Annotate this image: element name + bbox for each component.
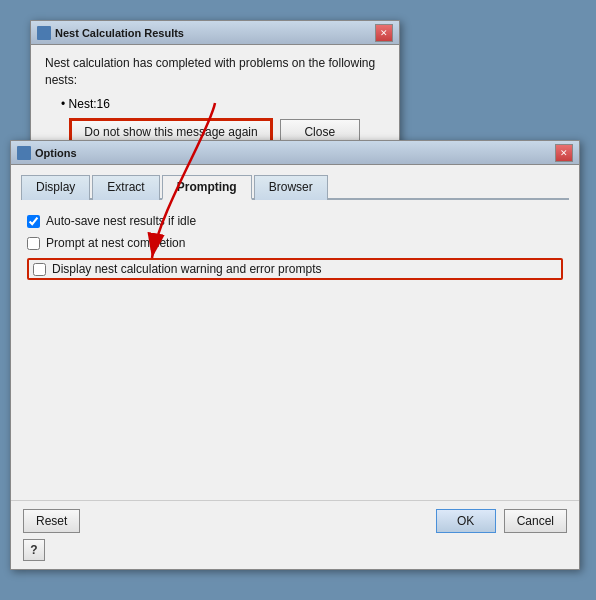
- tab-display[interactable]: Display: [21, 175, 90, 200]
- options-dialog-icon: [17, 146, 31, 160]
- auto-save-row: Auto-save nest results if idle: [27, 214, 563, 228]
- options-tab-bar: Display Extract Prompting Browser: [21, 173, 569, 200]
- nest-dialog-title-buttons: ✕: [375, 24, 393, 42]
- nest-dialog-content: Nest calculation has completed with prob…: [31, 45, 399, 155]
- ok-button[interactable]: OK: [436, 509, 496, 533]
- nest-calculation-dialog: Nest Calculation Results ✕ Nest calculat…: [30, 20, 400, 156]
- footer-bottom: ?: [23, 539, 567, 561]
- options-footer: Reset OK Cancel ?: [11, 500, 579, 569]
- options-body: Auto-save nest results if idle Prompt at…: [21, 210, 569, 490]
- footer-right-group: OK Cancel: [436, 509, 567, 533]
- prompt-completion-row: Prompt at nest completion: [27, 236, 563, 250]
- tab-extract[interactable]: Extract: [92, 175, 159, 200]
- footer-row: Reset OK Cancel: [23, 509, 567, 533]
- options-dialog-close-icon[interactable]: ✕: [555, 144, 573, 162]
- help-button[interactable]: ?: [23, 539, 45, 561]
- prompt-completion-checkbox[interactable]: [27, 237, 40, 250]
- auto-save-label[interactable]: Auto-save nest results if idle: [46, 214, 196, 228]
- nest-dialog-title: Nest Calculation Results: [37, 26, 184, 40]
- display-warning-label[interactable]: Display nest calculation warning and err…: [52, 262, 321, 276]
- display-warning-checkbox[interactable]: [33, 263, 46, 276]
- nest-item: • Nest:16: [61, 97, 385, 111]
- prompt-completion-label[interactable]: Prompt at nest completion: [46, 236, 185, 250]
- reset-button[interactable]: Reset: [23, 509, 80, 533]
- auto-save-checkbox[interactable]: [27, 215, 40, 228]
- options-dialog-titlebar: Options ✕: [11, 141, 579, 165]
- options-dialog-title: Options: [17, 146, 77, 160]
- tab-prompting[interactable]: Prompting: [162, 175, 252, 200]
- options-dialog-content: Display Extract Prompting Browser Auto-s…: [11, 165, 579, 498]
- cancel-button[interactable]: Cancel: [504, 509, 567, 533]
- display-warning-row: Display nest calculation warning and err…: [27, 258, 563, 280]
- nest-dialog-titlebar: Nest Calculation Results ✕: [31, 21, 399, 45]
- nest-dialog-close-icon[interactable]: ✕: [375, 24, 393, 42]
- footer-left: Reset: [23, 509, 80, 533]
- options-dialog: Options ✕ Display Extract Prompting Brow…: [10, 140, 580, 570]
- nest-dialog-icon: [37, 26, 51, 40]
- tab-browser[interactable]: Browser: [254, 175, 328, 200]
- options-dialog-title-buttons: ✕: [555, 144, 573, 162]
- nest-message: Nest calculation has completed with prob…: [45, 55, 385, 89]
